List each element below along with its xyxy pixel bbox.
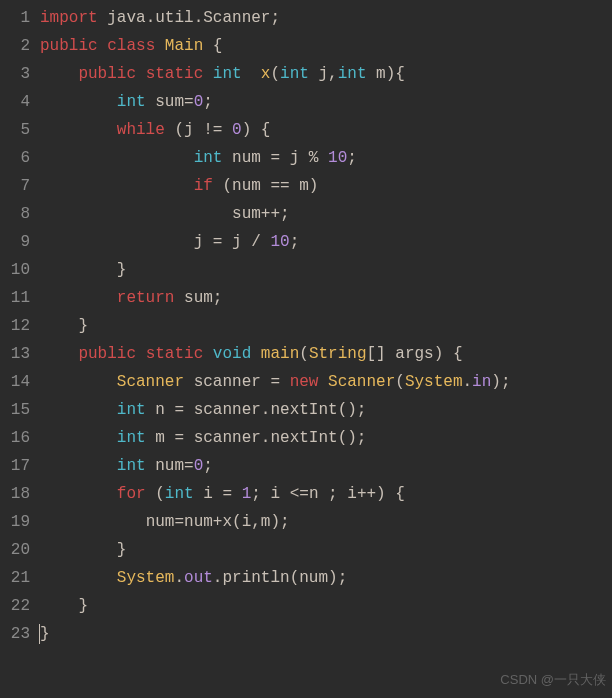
code-content: } (40, 536, 612, 564)
line-number: 3 (0, 60, 40, 88)
code-line: 19 num=num+x(i,m); (0, 508, 612, 536)
code-line: 5 while (j != 0) { (0, 116, 612, 144)
line-number: 22 (0, 592, 40, 620)
code-content: int sum=0; (40, 88, 612, 116)
code-content: int n = scanner.nextInt(); (40, 396, 612, 424)
line-number: 9 (0, 228, 40, 256)
line-number: 6 (0, 144, 40, 172)
code-line: 10 } (0, 256, 612, 284)
code-content: int num=0; (40, 452, 612, 480)
line-number: 14 (0, 368, 40, 396)
line-number: 17 (0, 452, 40, 480)
code-line: 3 public static int x(int j,int m){ (0, 60, 612, 88)
code-content: public static void main(String[] args) { (40, 340, 612, 368)
code-content: Scanner scanner = new Scanner(System.in)… (40, 368, 612, 396)
code-line: 1import java.util.Scanner; (0, 4, 612, 32)
code-line: 2public class Main { (0, 32, 612, 60)
code-content: int num = j % 10; (40, 144, 612, 172)
code-content: public class Main { (40, 32, 612, 60)
code-line: 9 j = j / 10; (0, 228, 612, 256)
line-number: 23 (0, 620, 40, 648)
code-line: 7 if (num == m) (0, 172, 612, 200)
line-number: 13 (0, 340, 40, 368)
code-line: 23} (0, 620, 612, 648)
code-content: } (40, 592, 612, 620)
line-number: 11 (0, 284, 40, 312)
line-number: 21 (0, 564, 40, 592)
line-number: 15 (0, 396, 40, 424)
code-line: 4 int sum=0; (0, 88, 612, 116)
line-number: 7 (0, 172, 40, 200)
line-number: 12 (0, 312, 40, 340)
code-line: 15 int n = scanner.nextInt(); (0, 396, 612, 424)
code-line: 14 Scanner scanner = new Scanner(System.… (0, 368, 612, 396)
code-content: sum++; (40, 200, 612, 228)
line-number: 10 (0, 256, 40, 284)
code-line: 16 int m = scanner.nextInt(); (0, 424, 612, 452)
line-number: 8 (0, 200, 40, 228)
code-line: 12 } (0, 312, 612, 340)
code-line: 22 } (0, 592, 612, 620)
code-line: 8 sum++; (0, 200, 612, 228)
code-content: j = j / 10; (40, 228, 612, 256)
code-content: return sum; (40, 284, 612, 312)
code-editor: 1import java.util.Scanner;2public class … (0, 0, 612, 648)
code-line: 20 } (0, 536, 612, 564)
code-content: while (j != 0) { (40, 116, 612, 144)
line-number: 18 (0, 480, 40, 508)
line-number: 19 (0, 508, 40, 536)
code-line: 18 for (int i = 1; i <=n ; i++) { (0, 480, 612, 508)
code-content: } (40, 620, 612, 648)
code-line: 6 int num = j % 10; (0, 144, 612, 172)
code-content: if (num == m) (40, 172, 612, 200)
line-number: 2 (0, 32, 40, 60)
code-line: 21 System.out.println(num); (0, 564, 612, 592)
watermark-text: CSDN @一只大侠 (500, 666, 606, 694)
code-line: 17 int num=0; (0, 452, 612, 480)
code-line: 11 return sum; (0, 284, 612, 312)
code-content: for (int i = 1; i <=n ; i++) { (40, 480, 612, 508)
line-number: 5 (0, 116, 40, 144)
code-content: public static int x(int j,int m){ (40, 60, 612, 88)
code-content: } (40, 312, 612, 340)
code-content: int m = scanner.nextInt(); (40, 424, 612, 452)
line-number: 20 (0, 536, 40, 564)
code-content: } (40, 256, 612, 284)
code-line: 13 public static void main(String[] args… (0, 340, 612, 368)
code-content: System.out.println(num); (40, 564, 612, 592)
code-content: import java.util.Scanner; (40, 4, 612, 32)
line-number: 16 (0, 424, 40, 452)
line-number: 4 (0, 88, 40, 116)
code-content: num=num+x(i,m); (40, 508, 612, 536)
line-number: 1 (0, 4, 40, 32)
